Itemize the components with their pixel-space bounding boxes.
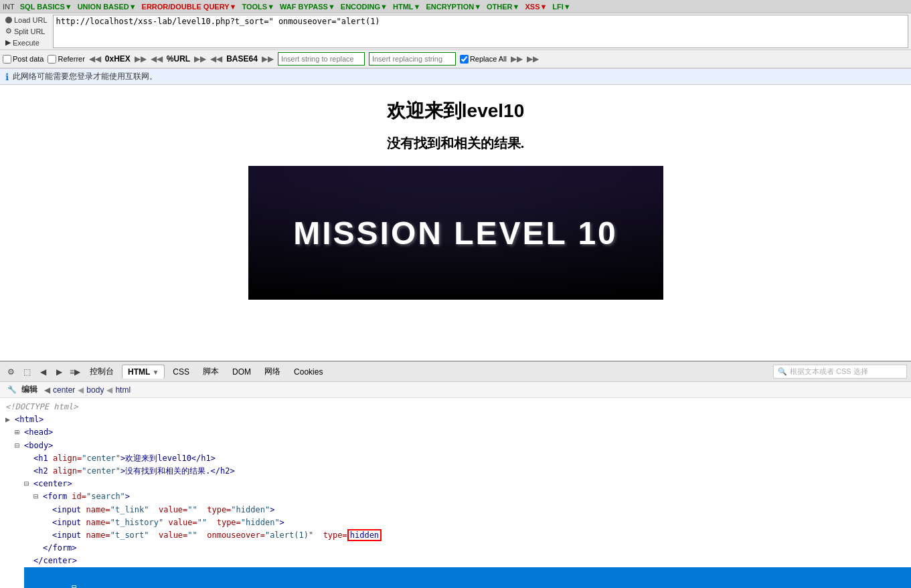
devtools-edit-icon[interactable]: 🔧 [5,383,19,397]
code-input-tsort: <input name="t_sort" value="" onmouseove… [43,529,906,542]
arrow-left-3: ◀◀ [210,54,222,64]
body-expand-arrow[interactable]: ⊟ [15,439,24,452]
options-row: Post data Referrer ◀◀ 0xHEX ▶▶ ◀◀ %URL ▶… [0,50,911,68]
search-icon: 🔍 [778,367,787,376]
load-url-icon [5,17,12,23]
devtools-tab-script[interactable]: 脚本 [197,364,224,379]
devtools-icon-1[interactable]: ⚙ [4,365,17,379]
load-url-label: Load URL [14,16,48,24]
execute-label: Execute [13,39,39,47]
breadcrumb-edit[interactable]: 编辑 [21,384,37,395]
split-url-icon: ⚙ [5,27,12,35]
body-tag: <body> [24,439,53,452]
toolbar: INT SQL BASICS▼ UNION BASED▼ ERROR/DOUBL… [0,0,911,69]
tlink-tag: <input name="t_link" value="" type="hidd… [52,504,274,516]
code-html-open[interactable]: ▶ <html> [5,413,906,426]
breadcrumb-html[interactable]: html [115,385,131,395]
devtools-panel: ⚙ ⬚ ◀ ▶ ≡▶ 控制台 HTML ▼ CSS 脚本 DOM 网络 Cook… [0,361,911,588]
post-data-label: Post data [13,55,44,63]
nav-bar: INT SQL BASICS▼ UNION BASED▼ ERROR/DOUBL… [0,0,911,13]
arrow-right-2: ▶▶ [194,54,206,64]
split-url-button[interactable]: ⚙ Split URL [3,26,50,36]
arrow-left-2: ◀◀ [151,54,163,64]
code-body-open[interactable]: ⊟ <body> [15,439,906,452]
devtools-nav-back[interactable]: ◀ [36,365,50,379]
devtools-tab-css[interactable]: CSS [167,365,195,379]
devtools-search-box[interactable]: 🔍 根据文本或者 CSS 选择 [773,365,907,379]
devtools-tab-dom[interactable]: DOM [227,365,256,379]
referrer-label: Referrer [58,55,84,63]
string-replace-input[interactable] [278,52,365,66]
devtools-nav-forward[interactable]: ▶ [52,365,66,379]
breadcrumb-sep-3: ◀ [106,385,112,395]
breadcrumb-body[interactable]: body [86,385,104,395]
nav-sql[interactable]: SQL BASICS▼ [20,3,72,11]
search-placeholder: 根据文本或者 CSS 选择 [790,367,868,377]
nav-lfi[interactable]: LFI▼ [552,3,570,11]
thistory-expand [43,516,52,529]
devtools-tab-html[interactable]: HTML ▼ [122,365,165,379]
code-h2: <h2 align="center">没有找到和相关的结果.</h2> [24,465,906,478]
center1-close-tag: </center> [33,555,77,567]
execute-button[interactable]: ▶ Execute [3,37,50,47]
nav-encoding[interactable]: ENCODING▼ [341,3,388,11]
load-url-button[interactable]: Load URL [3,15,50,25]
nav-other[interactable]: OTHER▼ [487,3,519,11]
center1-tag: <center> [33,478,72,490]
arrow-right-3: ▶▶ [262,54,274,64]
thistory-tag: <input name="t_history" value="" type="h… [52,516,284,529]
tsort-expand [43,529,52,542]
nav-int[interactable]: INT [3,3,15,11]
url-input-area: http://localhost/xss-lab/level10.php?t_s… [53,15,908,48]
arrow-right-1: ▶▶ [135,54,147,64]
string-replacing-input[interactable] [369,52,456,66]
breadcrumb-sep-1: ◀ [44,385,50,395]
html-tag: <html> [15,413,44,426]
referrer-checkbox[interactable] [48,55,56,64]
replace-all-checkbox-label[interactable]: Replace All [460,55,507,64]
nav-error[interactable]: ERROR/DOUBLE QUERY▼ [142,3,237,11]
center1-expand[interactable]: ⊟ [24,478,33,490]
devtools-nav-expand[interactable]: ≡▶ [68,365,82,379]
devtools-tab-console[interactable]: 控制台 [84,364,119,379]
code-form-open[interactable]: ⊟ <form id="search"> [33,490,906,503]
nav-html[interactable]: HTML▼ [393,3,420,11]
code-center-1-open[interactable]: ⊟ <center> [24,478,906,490]
devtools-icon-2[interactable]: ⬚ [20,365,33,379]
nav-xss[interactable]: XSS▼ [525,3,547,11]
breadcrumb-center[interactable]: center [53,385,75,395]
arrow-left-1: ◀◀ [89,54,101,64]
mission-image-text: Mission Level 10 [293,215,618,252]
nav-encryption[interactable]: ENCRYPTION▼ [426,3,481,11]
tsort-tag: <input name="t_sort" value="" onmouseove… [52,529,382,542]
nav-waf[interactable]: WAF BYPASS▼ [280,3,335,11]
code-form-close: </form> [33,542,906,555]
code-center-2-open[interactable]: ⊟ <center> [24,567,911,588]
code-head[interactable]: ⊞ <head> [15,426,906,439]
h1-expand [24,452,33,465]
post-data-checkbox-label[interactable]: Post data [3,55,44,64]
url-row: Load URL ⚙ Split URL ▶ Execute http://lo… [0,13,911,50]
referrer-checkbox-label[interactable]: Referrer [48,55,84,64]
breadcrumb-sep-2: ◀ [78,385,84,395]
browser-content: 欢迎来到level10 没有找到和相关的结果. Mission Level 10 [0,85,911,361]
post-data-checkbox[interactable] [3,55,11,64]
devtools-tab-network[interactable]: 网络 [259,364,286,379]
tlink-expand [43,504,52,516]
nav-union[interactable]: UNION BASED▼ [78,3,137,11]
devtools-tab-cookies[interactable]: Cookies [288,365,328,379]
page-subtitle: 没有找到和相关的结果. [387,134,525,153]
replace-all-checkbox[interactable] [460,55,469,64]
page-title: 欢迎来到level10 [387,98,524,124]
html-expand-arrow[interactable]: ▶ [5,413,15,426]
h2-expand [24,465,33,478]
info-bar: ℹ 此网络可能需要您登录才能使用互联网。 [0,69,911,85]
code-input-tlink: <input name="t_link" value="" type="hidd… [43,504,906,516]
breadcrumb-bar: 🔧 编辑 ◀ center ◀ body ◀ html [0,382,911,398]
nav-tools[interactable]: TOOLS▼ [242,3,274,11]
center2-expand[interactable]: ⊟ [72,581,81,588]
head-expand-arrow[interactable]: ⊞ [15,426,24,439]
form-expand[interactable]: ⊟ [33,490,43,503]
url-input[interactable]: http://localhost/xss-lab/level10.php?t_s… [53,15,908,48]
devtools-code-content: <!DOCTYPE html> ▶ <html> ⊞ <head> ⊟ <bod… [0,398,911,588]
